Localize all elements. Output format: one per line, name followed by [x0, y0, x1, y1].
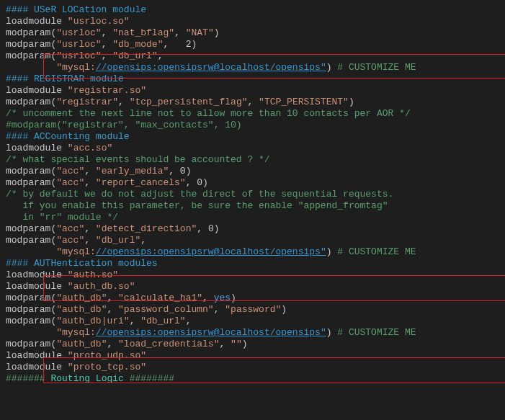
code-line: modparam("auth_db", "calculate_ha1", yes…	[6, 292, 499, 304]
code-line-highlighted: "mysql://opensips:opensipsrw@localhost/o…	[6, 327, 499, 339]
code-line: loadmodule "proto_tcp.so"	[6, 362, 499, 373]
code-line: modparam("registrar", "tcp_persistent_fl…	[6, 97, 499, 108]
code-line: loadmodule "acc.so"	[6, 143, 499, 154]
code-line: modparam("acc", "report_cancels", 0)	[6, 177, 499, 189]
code-line: modparam("auth_db|uri", "db_url",	[6, 316, 499, 327]
code-line: modparam("usrloc", "nat_bflag", "NAT")	[6, 27, 499, 39]
code-line: modparam("auth_db", "load_credentials", …	[6, 339, 499, 350]
code-line: modparam("usrloc", "db_mode", 2)	[6, 39, 499, 50]
code-block: #### USeR LOCation module loadmodule "us…	[6, 4, 499, 385]
code-line: modparam("auth_db", "password_column", "…	[6, 304, 499, 316]
code-line: modparam("usrloc", "db_url",	[6, 50, 499, 62]
section-header-acc: #### ACCounting module	[6, 131, 499, 143]
code-line: loadmodule "proto_udp.so"	[6, 350, 499, 362]
comment-line: #modparam("registrar", "max_contacts", 1…	[6, 120, 499, 131]
code-line: modparam("acc", "detect_direction", 0)	[6, 223, 499, 235]
comment-line: in "rr" module */	[6, 212, 499, 223]
section-header-routing: ####### Routing Logic ########	[6, 373, 499, 385]
comment-line: /* by default we do not adjust the direc…	[6, 189, 499, 200]
section-header-usrloc: #### USeR LOCation module	[6, 4, 499, 16]
code-line: loadmodule "auth_db.so"	[6, 281, 499, 292]
code-line: modparam("acc", "early_media", 0)	[6, 166, 499, 177]
code-line-highlighted: "mysql://opensips:opensipsrw@localhost/o…	[6, 62, 499, 73]
code-line: loadmodule "usrloc.so"	[6, 16, 499, 27]
section-header-registrar: #### REGISTRAR module	[6, 73, 499, 85]
comment-line: /* uncomment the next line not to allow …	[6, 108, 499, 120]
section-header-auth: #### AUTHentication modules	[6, 258, 499, 269]
code-line-highlighted: "mysql://opensips:opensipsrw@localhost/o…	[6, 246, 499, 258]
comment-line: /* what special events should be account…	[6, 154, 499, 166]
code-line: modparam("acc", "db_url",	[6, 235, 499, 246]
code-line: loadmodule "auth.so"	[6, 269, 499, 281]
code-line: loadmodule "registrar.so"	[6, 85, 499, 97]
comment-line: if you enable this parameter, be sure th…	[6, 200, 499, 212]
